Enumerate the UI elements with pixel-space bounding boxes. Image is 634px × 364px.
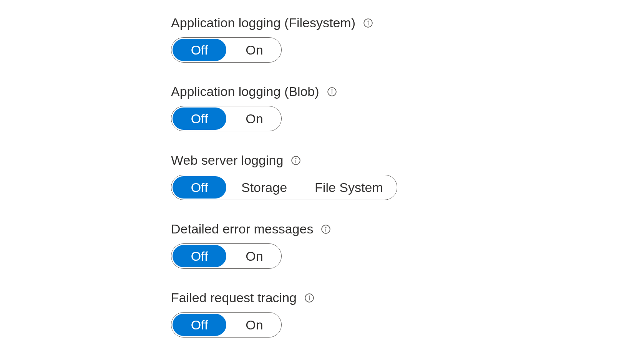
toggle-option-on[interactable]: On (227, 313, 281, 337)
toggle-app-logging-blob: Off On (171, 106, 282, 131)
toggle-option-storage[interactable]: Storage (227, 175, 301, 200)
info-icon[interactable] (327, 87, 337, 97)
info-icon[interactable] (304, 293, 314, 303)
setting-app-logging-blob: Application logging (Blob) Off On (171, 84, 634, 131)
setting-label-row: Failed request tracing (171, 290, 634, 305)
setting-label-app-logging-blob: Application logging (Blob) (171, 84, 319, 99)
setting-label-row: Application logging (Blob) (171, 84, 634, 99)
toggle-option-on[interactable]: On (227, 244, 281, 268)
setting-app-logging-fs: Application logging (Filesystem) Off On (171, 15, 634, 63)
toggle-web-server-logging: Off Storage File System (171, 175, 397, 200)
setting-label-web-server-logging: Web server logging (171, 153, 283, 168)
setting-failed-request-tracing: Failed request tracing Off On (171, 290, 634, 338)
setting-web-server-logging: Web server logging Off Storage File Syst… (171, 153, 634, 200)
toggle-option-off[interactable]: Off (173, 314, 226, 336)
toggle-option-off[interactable]: Off (173, 39, 226, 61)
setting-label-row: Application logging (Filesystem) (171, 15, 634, 30)
setting-label-row: Web server logging (171, 153, 634, 168)
info-icon[interactable] (363, 18, 373, 28)
toggle-option-off[interactable]: Off (173, 176, 226, 199)
toggle-detailed-error-messages: Off On (171, 243, 282, 269)
toggle-failed-request-tracing: Off On (171, 312, 282, 338)
toggle-app-logging-fs: Off On (171, 37, 282, 63)
toggle-option-off[interactable]: Off (173, 245, 226, 267)
toggle-option-off[interactable]: Off (173, 108, 226, 130)
setting-label-row: Detailed error messages (171, 222, 634, 237)
svg-point-13 (309, 296, 309, 296)
info-icon[interactable] (321, 224, 331, 234)
info-icon[interactable] (291, 156, 301, 165)
toggle-option-on[interactable]: On (227, 106, 281, 131)
setting-label-failed-request-tracing: Failed request tracing (171, 290, 297, 305)
setting-label-detailed-error-messages: Detailed error messages (171, 222, 313, 237)
svg-point-1 (368, 21, 368, 21)
svg-point-7 (296, 158, 296, 159)
setting-label-app-logging-fs: Application logging (Filesystem) (171, 15, 355, 30)
toggle-option-on[interactable]: On (227, 38, 281, 62)
setting-detailed-error-messages: Detailed error messages Off On (171, 222, 634, 269)
svg-point-4 (332, 89, 332, 90)
toggle-option-file-system[interactable]: File System (301, 175, 397, 200)
svg-point-10 (326, 227, 326, 227)
